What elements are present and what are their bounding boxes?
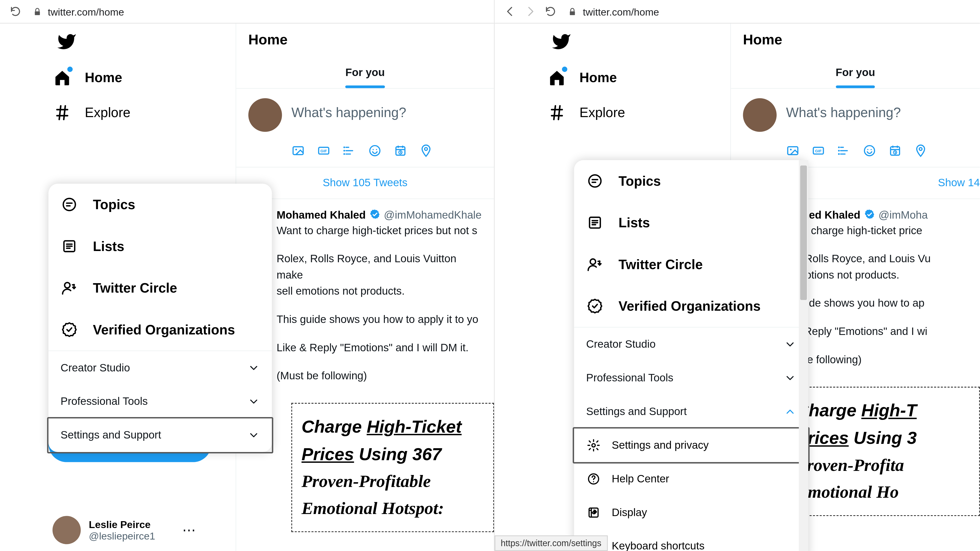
compose-avatar — [248, 98, 282, 132]
tweet-author-handle[interactable]: @imMohamedKhale — [384, 209, 482, 221]
menu-settings-privacy[interactable]: Settings and privacy — [573, 427, 810, 463]
menu-settings-support[interactable]: Settings and Support — [47, 417, 273, 453]
hash-icon — [547, 103, 566, 122]
poll-icon[interactable] — [342, 144, 356, 157]
menu-lists[interactable]: Lists — [48, 225, 272, 267]
image-icon[interactable] — [786, 144, 800, 157]
browser-status-bar: https://twitter.com/settings — [495, 535, 608, 551]
verified-badge-icon — [369, 209, 381, 221]
home-icon — [52, 68, 72, 87]
lock-icon — [32, 6, 43, 17]
verified-icon — [60, 321, 78, 338]
compose-input[interactable]: What's happening? — [291, 98, 406, 132]
popup-scrollbar[interactable] — [799, 160, 808, 551]
avatar — [52, 516, 81, 545]
reload-icon[interactable] — [10, 5, 21, 17]
tweet-embed-card[interactable]: Charge High-T Prices Using 3 Proven-Prof… — [786, 387, 980, 516]
address-bar-url[interactable]: twitter.com/home — [583, 6, 659, 17]
compose-avatar — [743, 98, 776, 132]
tweet-embed-card[interactable]: Charge High-Ticket Prices Using 367 Prov… — [291, 403, 494, 532]
gear-icon — [586, 438, 601, 453]
tweet-author-name[interactable]: Mohamed Khaled — [277, 209, 366, 221]
chevron-down-icon — [248, 429, 259, 441]
twitter-logo[interactable] — [0, 24, 235, 60]
compose-input[interactable]: What's happening? — [786, 98, 901, 132]
user-name: Leslie Peirce — [89, 519, 155, 530]
chevron-up-icon — [784, 406, 796, 418]
chevron-down-icon — [784, 372, 796, 384]
menu-settings-support[interactable]: Settings and Support — [574, 395, 808, 429]
browser-chrome: twitter.com/home — [495, 0, 980, 24]
menu-twitter-circle[interactable]: Twitter Circle — [48, 267, 272, 309]
chevron-down-icon — [248, 395, 259, 408]
list-icon — [60, 238, 78, 255]
menu-creator-studio[interactable]: Creator Studio — [48, 351, 272, 385]
gif-icon[interactable] — [317, 144, 331, 157]
circle-icon — [60, 279, 78, 297]
emoji-icon[interactable] — [368, 144, 382, 157]
nav-explore[interactable]: Explore — [495, 95, 730, 130]
tab-for-you[interactable]: For you — [835, 67, 875, 88]
nav-home[interactable]: Home — [0, 60, 235, 95]
menu-topics[interactable]: Topics — [574, 160, 808, 202]
location-icon[interactable] — [914, 144, 928, 157]
image-icon[interactable] — [291, 144, 305, 157]
menu-lists[interactable]: Lists — [574, 202, 808, 243]
menu-creator-studio[interactable]: Creator Studio — [574, 327, 808, 361]
nav-home[interactable]: Home — [495, 60, 730, 95]
forward-icon[interactable] — [524, 5, 536, 17]
reload-icon[interactable] — [544, 5, 556, 17]
schedule-icon[interactable] — [394, 144, 407, 157]
tab-for-you[interactable]: For you — [345, 67, 385, 88]
verified-badge-icon — [863, 209, 875, 221]
tweet-body: Want to charge high-ticket prices but no… — [277, 223, 482, 384]
nav-home-label: Home — [85, 70, 122, 85]
user-handle: @lesliepeirce1 — [89, 530, 155, 541]
nav-home-label: Home — [579, 70, 617, 85]
poll-icon[interactable] — [837, 144, 851, 157]
chevron-down-icon — [248, 362, 259, 374]
circle-icon — [586, 256, 604, 273]
account-switcher[interactable]: Leslie Peirce @lesliepeirce1 ⋯ — [52, 516, 196, 545]
menu-twitter-circle[interactable]: Twitter Circle — [574, 244, 808, 285]
ellipsis-icon[interactable]: ⋯ — [182, 522, 196, 538]
help-icon — [586, 472, 601, 486]
twitter-logo[interactable] — [495, 24, 730, 60]
address-bar-url[interactable]: twitter.com/home — [48, 6, 124, 17]
menu-verified-orgs[interactable]: Verified Organizations — [574, 285, 808, 327]
menu-display[interactable]: Display — [574, 495, 808, 529]
topics-icon — [586, 172, 604, 190]
page-title: Home — [248, 32, 482, 48]
schedule-icon[interactable] — [888, 144, 902, 157]
menu-topics[interactable]: Topics — [48, 184, 272, 225]
menu-help-center[interactable]: Help Center — [574, 462, 808, 496]
emoji-icon[interactable] — [863, 144, 877, 157]
home-icon — [547, 68, 566, 87]
list-icon — [586, 214, 604, 232]
back-icon[interactable] — [504, 5, 516, 17]
verified-icon — [586, 297, 604, 315]
chevron-down-icon — [784, 338, 796, 350]
topics-icon — [60, 196, 78, 213]
show-new-tweets[interactable]: Show 105 Tweets — [236, 167, 494, 199]
hash-icon — [52, 103, 72, 122]
gif-icon[interactable] — [811, 144, 825, 157]
menu-verified-orgs[interactable]: Verified Organizations — [48, 309, 272, 350]
more-menu-popup: Topics Lists Twitter Circle Verified Org… — [574, 160, 808, 551]
lock-icon — [567, 6, 578, 17]
browser-chrome: twitter.com/home — [0, 0, 494, 24]
edit-icon — [586, 505, 601, 520]
menu-keyboard-shortcuts[interactable]: Keyboard shortcuts — [574, 529, 808, 551]
nav-explore-label: Explore — [579, 105, 625, 120]
more-menu-popup: Topics Lists Twitter Circle Verified Org… — [48, 184, 272, 452]
page-title: Home — [743, 32, 968, 48]
location-icon[interactable] — [419, 144, 433, 157]
menu-professional-tools[interactable]: Professional Tools — [574, 361, 808, 395]
menu-professional-tools[interactable]: Professional Tools — [48, 385, 272, 418]
nav-explore-label: Explore — [85, 105, 130, 120]
nav-explore[interactable]: Explore — [0, 95, 235, 130]
tweet-author-handle[interactable]: @imMoha — [878, 209, 928, 221]
